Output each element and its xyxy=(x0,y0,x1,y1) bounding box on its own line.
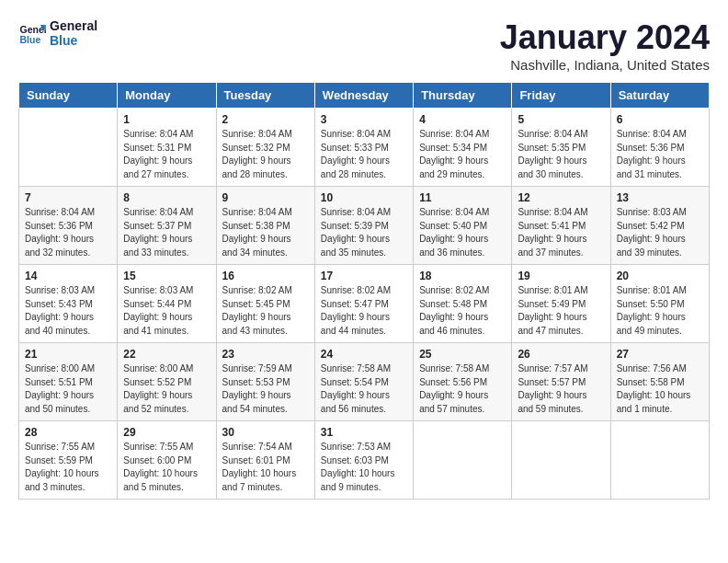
day-number: 15 xyxy=(123,270,210,282)
day-number: 19 xyxy=(518,270,604,282)
day-info: Sunrise: 8:03 AMSunset: 5:43 PMDaylight:… xyxy=(25,284,111,338)
day-number: 31 xyxy=(321,426,407,439)
calendar-day-cell xyxy=(610,421,709,500)
day-info: Sunrise: 8:01 AMSunset: 5:49 PMDaylight:… xyxy=(518,284,604,338)
calendar-day-cell: 9Sunrise: 8:04 AMSunset: 5:38 PMDaylight… xyxy=(216,187,314,265)
title-area: January 2024 Nashville, Indiana, United … xyxy=(500,18,710,73)
calendar-day-cell: 19Sunrise: 8:01 AMSunset: 5:49 PMDayligh… xyxy=(512,265,610,343)
day-number: 30 xyxy=(222,426,309,439)
day-number: 24 xyxy=(321,348,407,361)
page-header: General Blue General Blue January 2024 N… xyxy=(18,18,710,73)
calendar-day-cell: 13Sunrise: 8:03 AMSunset: 5:42 PMDayligh… xyxy=(610,187,709,265)
day-number: 8 xyxy=(123,191,210,204)
day-info: Sunrise: 8:04 AMSunset: 5:39 PMDaylight:… xyxy=(321,206,407,259)
day-number: 22 xyxy=(123,348,210,361)
calendar-header: SundayMondayTuesdayWednesdayThursdayFrid… xyxy=(19,83,710,109)
calendar-day-cell: 8Sunrise: 8:04 AMSunset: 5:37 PMDaylight… xyxy=(118,187,216,265)
day-info: Sunrise: 8:04 AMSunset: 5:34 PMDaylight:… xyxy=(419,128,506,181)
logo-text-line1: General xyxy=(50,18,97,33)
day-number: 18 xyxy=(419,270,506,282)
calendar-day-cell: 6Sunrise: 8:04 AMSunset: 5:36 PMDaylight… xyxy=(610,109,709,187)
calendar-day-cell: 14Sunrise: 8:03 AMSunset: 5:43 PMDayligh… xyxy=(19,265,118,343)
calendar-week-4: 21Sunrise: 8:00 AMSunset: 5:51 PMDayligh… xyxy=(19,343,710,421)
calendar-day-cell: 27Sunrise: 7:56 AMSunset: 5:58 PMDayligh… xyxy=(610,343,709,421)
calendar-day-cell xyxy=(414,421,512,500)
day-info: Sunrise: 8:04 AMSunset: 5:35 PMDaylight:… xyxy=(518,128,604,181)
day-number: 21 xyxy=(25,348,111,361)
day-info: Sunrise: 8:02 AMSunset: 5:45 PMDaylight:… xyxy=(222,284,309,338)
calendar-title: January 2024 xyxy=(500,18,710,57)
calendar-day-cell: 25Sunrise: 7:58 AMSunset: 5:56 PMDayligh… xyxy=(414,343,512,421)
day-number: 3 xyxy=(321,113,407,126)
weekday-header-saturday: Saturday xyxy=(610,83,709,109)
calendar-day-cell: 31Sunrise: 7:53 AMSunset: 6:03 PMDayligh… xyxy=(314,421,413,500)
day-info: Sunrise: 8:01 AMSunset: 5:50 PMDaylight:… xyxy=(617,284,703,338)
calendar-day-cell: 22Sunrise: 8:00 AMSunset: 5:52 PMDayligh… xyxy=(118,343,216,421)
day-number: 11 xyxy=(419,191,506,204)
day-info: Sunrise: 7:55 AMSunset: 6:00 PMDaylight:… xyxy=(123,441,210,494)
day-number: 2 xyxy=(222,113,309,126)
day-info: Sunrise: 7:58 AMSunset: 5:54 PMDaylight:… xyxy=(321,362,407,416)
weekday-header-sunday: Sunday xyxy=(19,83,118,109)
day-number: 26 xyxy=(518,348,604,361)
day-info: Sunrise: 8:00 AMSunset: 5:51 PMDaylight:… xyxy=(25,362,111,416)
weekday-header-monday: Monday xyxy=(118,83,216,109)
day-number: 23 xyxy=(222,348,309,361)
day-number: 29 xyxy=(123,426,210,439)
day-number: 1 xyxy=(123,113,210,126)
calendar-day-cell xyxy=(19,109,118,187)
calendar-day-cell: 21Sunrise: 8:00 AMSunset: 5:51 PMDayligh… xyxy=(19,343,118,421)
day-info: Sunrise: 8:00 AMSunset: 5:52 PMDaylight:… xyxy=(123,362,210,416)
day-info: Sunrise: 8:04 AMSunset: 5:32 PMDaylight:… xyxy=(222,128,309,181)
logo-text-line2: Blue xyxy=(50,33,97,48)
day-info: Sunrise: 8:04 AMSunset: 5:38 PMDaylight:… xyxy=(222,206,309,259)
weekday-header-tuesday: Tuesday xyxy=(216,83,314,109)
day-info: Sunrise: 7:54 AMSunset: 6:01 PMDaylight:… xyxy=(222,441,309,494)
day-info: Sunrise: 7:58 AMSunset: 5:56 PMDaylight:… xyxy=(419,362,506,416)
day-number: 16 xyxy=(222,270,309,282)
day-info: Sunrise: 8:02 AMSunset: 5:48 PMDaylight:… xyxy=(419,284,506,338)
calendar-day-cell: 23Sunrise: 7:59 AMSunset: 5:53 PMDayligh… xyxy=(216,343,314,421)
day-info: Sunrise: 8:04 AMSunset: 5:33 PMDaylight:… xyxy=(321,128,407,181)
day-number: 28 xyxy=(25,426,111,439)
calendar-day-cell: 16Sunrise: 8:02 AMSunset: 5:45 PMDayligh… xyxy=(216,265,314,343)
calendar-day-cell: 17Sunrise: 8:02 AMSunset: 5:47 PMDayligh… xyxy=(314,265,413,343)
day-info: Sunrise: 7:56 AMSunset: 5:58 PMDaylight:… xyxy=(617,362,703,416)
day-info: Sunrise: 8:02 AMSunset: 5:47 PMDaylight:… xyxy=(321,284,407,338)
weekday-header-wednesday: Wednesday xyxy=(314,83,413,109)
calendar-day-cell: 29Sunrise: 7:55 AMSunset: 6:00 PMDayligh… xyxy=(118,421,216,500)
calendar-day-cell: 30Sunrise: 7:54 AMSunset: 6:01 PMDayligh… xyxy=(216,421,314,500)
day-info: Sunrise: 8:04 AMSunset: 5:31 PMDaylight:… xyxy=(123,128,210,181)
logo-icon: General Blue xyxy=(18,19,46,47)
calendar-table: SundayMondayTuesdayWednesdayThursdayFrid… xyxy=(18,82,710,500)
day-info: Sunrise: 7:59 AMSunset: 5:53 PMDaylight:… xyxy=(222,362,309,416)
calendar-day-cell: 15Sunrise: 8:03 AMSunset: 5:44 PMDayligh… xyxy=(118,265,216,343)
day-number: 5 xyxy=(518,113,604,126)
day-info: Sunrise: 7:55 AMSunset: 5:59 PMDaylight:… xyxy=(25,441,111,494)
weekday-header-friday: Friday xyxy=(512,83,610,109)
svg-text:Blue: Blue xyxy=(20,34,41,45)
calendar-day-cell: 5Sunrise: 8:04 AMSunset: 5:35 PMDaylight… xyxy=(512,109,610,187)
day-info: Sunrise: 8:03 AMSunset: 5:44 PMDaylight:… xyxy=(123,284,210,338)
calendar-day-cell: 24Sunrise: 7:58 AMSunset: 5:54 PMDayligh… xyxy=(314,343,413,421)
calendar-day-cell xyxy=(512,421,610,500)
day-number: 6 xyxy=(617,113,703,126)
day-number: 20 xyxy=(617,270,703,282)
day-number: 13 xyxy=(617,191,703,204)
day-number: 7 xyxy=(25,191,111,204)
calendar-day-cell: 18Sunrise: 8:02 AMSunset: 5:48 PMDayligh… xyxy=(414,265,512,343)
day-number: 17 xyxy=(321,270,407,282)
day-info: Sunrise: 8:04 AMSunset: 5:41 PMDaylight:… xyxy=(518,206,604,259)
calendar-week-2: 7Sunrise: 8:04 AMSunset: 5:36 PMDaylight… xyxy=(19,187,710,265)
logo: General Blue General Blue xyxy=(18,18,97,48)
day-number: 27 xyxy=(617,348,703,361)
calendar-day-cell: 3Sunrise: 8:04 AMSunset: 5:33 PMDaylight… xyxy=(314,109,413,187)
calendar-subtitle: Nashville, Indiana, United States xyxy=(500,57,710,73)
day-info: Sunrise: 8:03 AMSunset: 5:42 PMDaylight:… xyxy=(617,206,703,259)
calendar-day-cell: 2Sunrise: 8:04 AMSunset: 5:32 PMDaylight… xyxy=(216,109,314,187)
day-info: Sunrise: 8:04 AMSunset: 5:36 PMDaylight:… xyxy=(617,128,703,181)
calendar-day-cell: 11Sunrise: 8:04 AMSunset: 5:40 PMDayligh… xyxy=(414,187,512,265)
calendar-day-cell: 26Sunrise: 7:57 AMSunset: 5:57 PMDayligh… xyxy=(512,343,610,421)
day-number: 25 xyxy=(419,348,506,361)
day-info: Sunrise: 7:57 AMSunset: 5:57 PMDaylight:… xyxy=(518,362,604,416)
